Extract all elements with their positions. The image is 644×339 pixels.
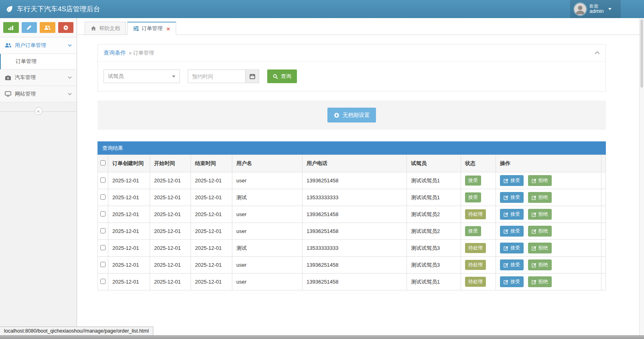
sidebar-item-order-management[interactable]: 订单管理 xyxy=(0,54,77,69)
cell-start: 2025-12-01 xyxy=(150,189,191,206)
leaf-icon xyxy=(6,5,13,13)
accept-button[interactable]: 接受 xyxy=(500,192,524,203)
user-menu[interactable]: 欢迎 admin xyxy=(570,0,621,18)
reject-button[interactable]: 拒绝 xyxy=(528,259,552,270)
chevron-down-icon xyxy=(68,93,72,96)
cell-actions: 接受 拒绝 xyxy=(496,240,601,257)
close-icon[interactable]: × xyxy=(167,26,170,32)
reject-button[interactable]: 拒绝 xyxy=(528,243,552,253)
accept-button[interactable]: 接受 xyxy=(500,226,524,237)
status-badge: 待处理 xyxy=(465,209,486,219)
accept-button-label: 接受 xyxy=(510,194,520,201)
accept-button[interactable]: 接受 xyxy=(500,209,524,220)
tab-help-docs[interactable]: 帮助文档 xyxy=(85,22,126,35)
cell-status: 待处理 xyxy=(461,257,496,274)
filter-panel-header: 查询条件 » 订单管理 xyxy=(98,45,605,61)
row-checkbox[interactable] xyxy=(100,262,106,267)
cell-spacer xyxy=(601,240,606,257)
reject-button[interactable]: 拒绝 xyxy=(528,226,552,237)
shortcut-settings-button[interactable] xyxy=(58,22,74,33)
row-checkbox[interactable] xyxy=(100,279,106,284)
tab-order-management[interactable]: 订单管理 × xyxy=(127,22,176,35)
edit-icon xyxy=(532,229,536,234)
home-icon xyxy=(91,26,96,31)
edit-icon xyxy=(504,178,508,183)
no-schedule-button[interactable]: 无档期设置 xyxy=(327,108,376,123)
accept-button[interactable]: 接受 xyxy=(500,175,524,186)
sidebar: 用户订单管理 订单管理 汽车管理 网站管理 « xyxy=(0,18,77,335)
status-badge: 待处理 xyxy=(465,260,486,270)
row-checkbox-cell xyxy=(98,172,108,189)
row-checkbox[interactable] xyxy=(100,178,106,183)
reject-button-label: 拒绝 xyxy=(538,261,548,268)
scrollbar[interactable] xyxy=(639,18,644,335)
calendar-icon xyxy=(250,74,255,79)
breadcrumb-separator: » xyxy=(129,50,132,56)
search-button-label: 查询 xyxy=(281,73,291,80)
sidebar-item-car-management[interactable]: 汽车管理 xyxy=(0,69,77,86)
scrollbar-thumb[interactable] xyxy=(640,19,643,88)
shortcut-pencil-button[interactable] xyxy=(22,22,37,33)
page-content: 查询条件 » 订单管理 试驾员 xyxy=(98,44,606,290)
chevron-down-icon xyxy=(608,8,611,10)
tab-label: 订单管理 xyxy=(142,25,163,32)
sidebar-item-site-management[interactable]: 网站管理 xyxy=(0,86,77,102)
table-row: 2025-12-01 2025-12-01 2025-12-01 user 13… xyxy=(98,274,606,290)
tab-bar: 帮助文档 订单管理 × xyxy=(77,18,644,35)
shortcut-users-button[interactable] xyxy=(40,22,55,33)
select-all-checkbox[interactable] xyxy=(100,160,106,165)
reject-button[interactable]: 拒绝 xyxy=(528,276,552,287)
cell-end: 2025-12-01 xyxy=(191,172,232,189)
filter-panel-title[interactable]: 查询条件 xyxy=(104,49,126,57)
cell-status: 接受 xyxy=(461,172,496,189)
edit-icon xyxy=(504,263,508,268)
cell-end: 2025-12-01 xyxy=(191,240,232,257)
edit-icon xyxy=(504,212,508,217)
chevron-up-icon[interactable] xyxy=(595,51,600,55)
edit-icon xyxy=(504,195,508,200)
sidebar-item-user-order-management[interactable]: 用户订单管理 xyxy=(0,37,77,54)
cell-start: 2025-12-01 xyxy=(150,257,191,274)
sidebar-collapse-button[interactable]: « xyxy=(35,107,42,115)
calendar-button[interactable] xyxy=(246,69,259,83)
cell-driver: 测试试驾员2 xyxy=(407,206,461,223)
edit-icon xyxy=(504,280,508,284)
cell-username: user xyxy=(232,257,303,274)
bottom-window-edge xyxy=(0,335,644,339)
accept-button-label: 接受 xyxy=(510,228,520,235)
row-checkbox[interactable] xyxy=(100,211,106,216)
cell-created: 2025-12-01 xyxy=(108,189,150,206)
reject-button[interactable]: 拒绝 xyxy=(528,192,552,203)
cell-start: 2025-12-01 xyxy=(150,274,191,290)
cell-end: 2025-12-01 xyxy=(191,206,232,223)
cell-end: 2025-12-01 xyxy=(191,257,232,274)
cell-created: 2025-12-01 xyxy=(108,257,150,274)
accept-button-label: 接受 xyxy=(510,211,520,218)
accept-button[interactable]: 接受 xyxy=(500,259,524,270)
col-header-end: 结束时间 xyxy=(191,155,232,172)
status-badge: 待处理 xyxy=(465,277,486,287)
reject-button-label: 拒绝 xyxy=(538,278,548,285)
status-badge: 接受 xyxy=(465,226,481,236)
pencil-icon xyxy=(26,25,32,30)
search-button[interactable]: 查询 xyxy=(267,69,297,83)
row-checkbox[interactable] xyxy=(100,194,106,200)
accept-button[interactable]: 接受 xyxy=(500,243,524,253)
shortcut-chart-button[interactable] xyxy=(3,22,19,33)
cell-actions: 接受 拒绝 xyxy=(496,274,601,290)
table-row: 2025-12-01 2025-12-01 2025-12-01 user 13… xyxy=(98,223,606,240)
row-checkbox[interactable] xyxy=(100,228,106,233)
appointment-time-input[interactable] xyxy=(188,69,246,83)
reject-button[interactable]: 拒绝 xyxy=(528,175,552,186)
gear-icon xyxy=(63,25,69,31)
plus-circle-icon xyxy=(334,112,339,118)
reject-button[interactable]: 拒绝 xyxy=(528,209,552,220)
edit-icon xyxy=(532,212,536,217)
row-checkbox[interactable] xyxy=(100,245,106,250)
driver-select[interactable]: 试驾员 xyxy=(104,69,180,83)
edit-icon xyxy=(532,195,536,200)
app-title: 车行天下汽车4S店管理后台 xyxy=(17,4,100,14)
cell-spacer xyxy=(601,189,606,206)
breadcrumb: » 订单管理 xyxy=(129,49,154,57)
accept-button[interactable]: 接受 xyxy=(500,276,524,287)
